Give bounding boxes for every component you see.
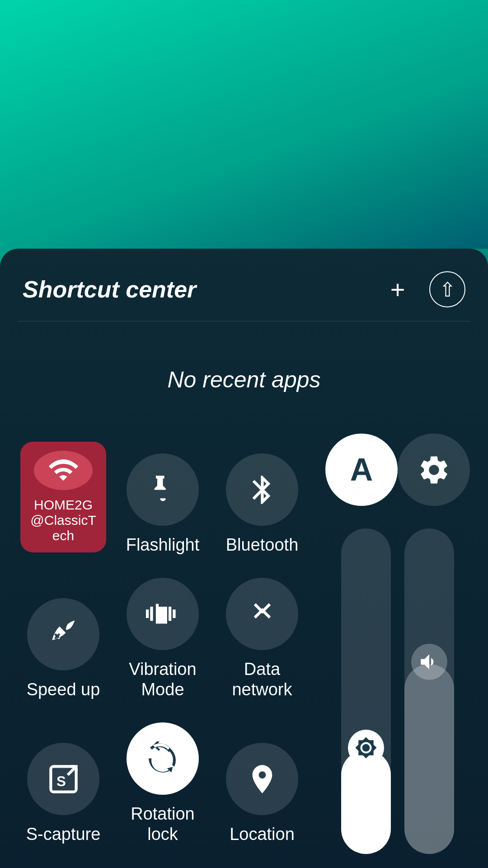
vibration-label: Vibration Mode xyxy=(120,659,206,700)
top-icons-row: A xyxy=(325,434,470,506)
collapse-panel-button[interactable]: ⇧ xyxy=(429,271,465,307)
rotationlock-icon xyxy=(146,741,180,775)
shortcut-item-location[interactable]: Location xyxy=(217,718,307,854)
location-icon-wrap xyxy=(226,743,298,815)
rotationlock-label: Rotation lock xyxy=(120,804,206,845)
datanetwork-icon-wrap xyxy=(226,578,298,650)
bluetooth-icon xyxy=(245,473,279,507)
datanetwork-icon xyxy=(245,597,279,631)
scapture-icon: S xyxy=(47,762,80,796)
shortcuts-area: HOME2G@ClassicTech Flashlight xyxy=(18,429,470,854)
brightness-indicator xyxy=(348,730,384,766)
svg-text:S: S xyxy=(56,774,66,789)
flashlight-icon xyxy=(146,473,180,507)
font-icon: A xyxy=(350,452,373,488)
shortcut-item-scapture[interactable]: S S-capture xyxy=(18,718,108,854)
shortcut-item-datanetwork[interactable]: Data network xyxy=(217,574,307,709)
sliders-row xyxy=(341,528,454,854)
shortcut-item-bluetooth[interactable]: Bluetooth xyxy=(217,429,307,565)
bluetooth-icon-wrap xyxy=(226,453,298,526)
brightness-icon xyxy=(355,736,377,759)
panel-title: Shortcut center xyxy=(23,276,196,303)
shortcut-item-flashlight[interactable]: Flashlight xyxy=(117,429,208,565)
rocket-icon xyxy=(47,618,80,651)
datanetwork-label: Data network xyxy=(219,659,305,700)
wifi-card[interactable]: HOME2G@ClassicTech xyxy=(20,442,106,552)
shortcut-item-wifi[interactable]: HOME2G@ClassicTech xyxy=(18,429,108,565)
bluetooth-label: Bluetooth xyxy=(226,535,299,556)
sliders-area: A xyxy=(325,429,470,854)
speedup-label: Speed up xyxy=(27,679,100,700)
shortcut-item-vibration[interactable]: Vibration Mode xyxy=(117,574,208,709)
settings-button[interactable] xyxy=(398,434,470,506)
brightness-slider[interactable] xyxy=(341,528,391,854)
no-recent-apps-label: No recent apps xyxy=(18,330,470,429)
speedup-icon-wrap xyxy=(27,598,99,670)
volume-fill xyxy=(404,664,454,854)
volume-indicator xyxy=(411,644,447,680)
wifi-icon-circle xyxy=(34,451,93,490)
shortcut-panel: Shortcut center + ⇧ No recent apps xyxy=(0,249,488,868)
rotationlock-icon-wrap xyxy=(127,722,199,795)
add-shortcut-button[interactable]: + xyxy=(380,271,416,307)
scapture-label: S-capture xyxy=(26,824,101,845)
gear-icon xyxy=(417,453,451,487)
flashlight-label: Flashlight xyxy=(126,535,200,556)
vibration-icon-wrap xyxy=(127,578,199,650)
volume-slider[interactable] xyxy=(404,528,454,854)
panel-header: Shortcut center + ⇧ xyxy=(18,249,470,321)
scapture-icon-wrap: S xyxy=(27,743,99,815)
volume-icon xyxy=(418,651,441,673)
location-icon xyxy=(245,762,279,796)
wifi-ssid-label: HOME2G@ClassicTech xyxy=(29,497,97,543)
shortcut-item-rotationlock[interactable]: Rotation lock xyxy=(117,718,208,854)
vibration-icon xyxy=(146,597,180,631)
header-actions: + ⇧ xyxy=(380,271,465,307)
font-size-button[interactable]: A xyxy=(325,434,398,506)
shortcuts-grid: HOME2G@ClassicTech Flashlight xyxy=(18,429,316,854)
shortcut-item-speedup[interactable]: Speed up xyxy=(18,574,108,709)
wallpaper-bg xyxy=(0,0,488,249)
wifi-icon xyxy=(45,454,81,486)
flashlight-icon-wrap xyxy=(127,453,199,526)
location-label: Location xyxy=(230,824,295,845)
